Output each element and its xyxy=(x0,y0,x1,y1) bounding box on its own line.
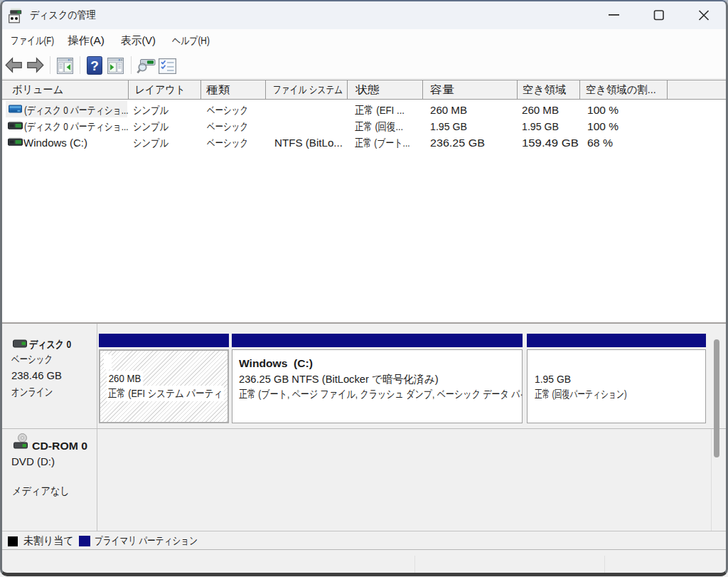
svg-text:?: ? xyxy=(90,58,99,73)
